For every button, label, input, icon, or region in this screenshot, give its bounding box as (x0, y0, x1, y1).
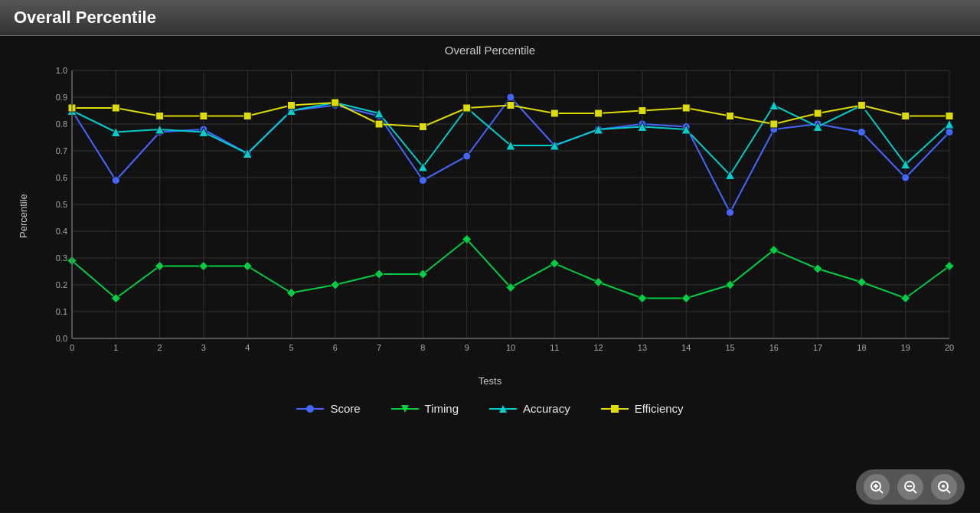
svg-text:16: 16 (769, 343, 779, 352)
svg-text:0.2: 0.2 (56, 280, 67, 289)
svg-rect-143 (727, 113, 734, 120)
svg-point-152 (306, 405, 314, 413)
legend-score-label: Score (330, 402, 360, 415)
svg-text:17: 17 (813, 343, 822, 352)
svg-rect-132 (243, 113, 251, 120)
svg-point-73 (419, 177, 426, 185)
svg-text:19: 19 (901, 343, 910, 352)
svg-text:18: 18 (857, 343, 866, 352)
legend: Score Timing Accuracy Efficiency (296, 402, 683, 415)
zoom-in-button[interactable] (864, 474, 890, 500)
svg-rect-147 (902, 113, 910, 120)
svg-text:7: 7 (377, 343, 381, 352)
svg-rect-129 (112, 104, 119, 112)
zoom-reset-icon (937, 480, 951, 494)
x-axis-label: Tests (479, 375, 501, 387)
svg-point-74 (463, 152, 471, 160)
legend-item-timing: Timing (391, 402, 459, 415)
svg-text:0.3: 0.3 (56, 253, 67, 263)
svg-text:1: 1 (113, 343, 118, 352)
svg-point-80 (727, 209, 734, 217)
legend-efficiency-icon (601, 404, 629, 414)
svg-point-167 (942, 485, 945, 488)
svg-text:2: 2 (158, 343, 162, 352)
svg-text:6: 6 (333, 343, 338, 352)
chart-svg: 0.00.10.20.30.40.50.60.70.80.91.00123456… (34, 63, 965, 369)
svg-text:0.9: 0.9 (56, 93, 67, 102)
svg-rect-140 (595, 109, 603, 117)
svg-point-85 (946, 129, 953, 136)
svg-rect-146 (858, 102, 865, 109)
svg-rect-136 (419, 123, 426, 131)
legend-item-accuracy: Accuracy (489, 402, 570, 415)
svg-rect-148 (946, 113, 953, 120)
svg-rect-0 (34, 63, 965, 369)
svg-text:13: 13 (638, 343, 647, 352)
svg-rect-139 (550, 109, 558, 117)
legend-score-icon (296, 404, 324, 414)
chart-inner: 0.00.10.20.30.40.50.60.70.80.91.00123456… (34, 63, 965, 369)
zoom-out-icon (903, 480, 917, 494)
svg-line-168 (947, 490, 950, 493)
svg-point-83 (858, 129, 865, 136)
zoom-out-button[interactable] (897, 474, 923, 500)
legend-efficiency-label: Efficiency (635, 402, 684, 415)
svg-text:12: 12 (593, 343, 603, 352)
zoom-controls (856, 469, 965, 505)
svg-rect-134 (332, 99, 339, 106)
svg-rect-141 (639, 107, 646, 115)
zoom-reset-button[interactable] (931, 474, 957, 500)
svg-rect-137 (463, 104, 471, 112)
svg-text:14: 14 (681, 343, 691, 352)
zoom-in-icon (870, 480, 884, 494)
svg-text:0.1: 0.1 (56, 307, 67, 316)
svg-text:8: 8 (420, 343, 425, 352)
svg-rect-144 (770, 120, 778, 128)
svg-text:10: 10 (506, 343, 515, 352)
svg-point-84 (902, 174, 910, 181)
svg-text:3: 3 (201, 343, 206, 352)
legend-timing-label: Timing (425, 402, 459, 415)
page-header: Overall Percentile (0, 0, 980, 36)
svg-rect-145 (814, 109, 822, 117)
chart-container: Overall Percentile Percentile 0.00.10.20… (0, 36, 980, 512)
svg-text:20: 20 (945, 343, 954, 352)
page-title: Overall Percentile (14, 8, 156, 27)
chart-area: Percentile 0.00.10.20.30.40.50.60.70.80.… (15, 63, 965, 369)
svg-line-162 (880, 490, 883, 493)
legend-item-score: Score (296, 402, 360, 415)
svg-rect-133 (288, 102, 296, 109)
legend-accuracy-icon (489, 404, 517, 414)
svg-text:0.8: 0.8 (56, 119, 67, 129)
svg-text:9: 9 (465, 343, 469, 352)
svg-text:0.5: 0.5 (56, 200, 67, 209)
svg-rect-142 (682, 104, 690, 112)
svg-text:0.6: 0.6 (56, 173, 67, 182)
svg-text:11: 11 (550, 343, 559, 352)
svg-rect-135 (375, 120, 383, 128)
svg-rect-158 (611, 405, 619, 413)
svg-point-66 (112, 177, 119, 185)
svg-text:0.0: 0.0 (56, 334, 67, 343)
svg-text:1.0: 1.0 (56, 66, 67, 75)
svg-text:0.7: 0.7 (56, 146, 67, 155)
legend-timing-icon (391, 404, 419, 414)
svg-text:0: 0 (70, 343, 74, 352)
svg-rect-138 (507, 102, 514, 109)
legend-item-efficiency: Efficiency (601, 402, 684, 415)
svg-text:15: 15 (725, 343, 734, 352)
svg-rect-130 (156, 113, 164, 120)
svg-line-165 (913, 490, 916, 493)
legend-accuracy-label: Accuracy (523, 402, 570, 415)
svg-text:4: 4 (245, 343, 250, 352)
chart-title: Overall Percentile (445, 44, 535, 57)
svg-point-75 (507, 93, 514, 101)
y-axis-label: Percentile (15, 63, 31, 369)
svg-text:5: 5 (289, 343, 293, 352)
svg-rect-131 (200, 113, 207, 120)
svg-text:0.4: 0.4 (56, 227, 67, 236)
